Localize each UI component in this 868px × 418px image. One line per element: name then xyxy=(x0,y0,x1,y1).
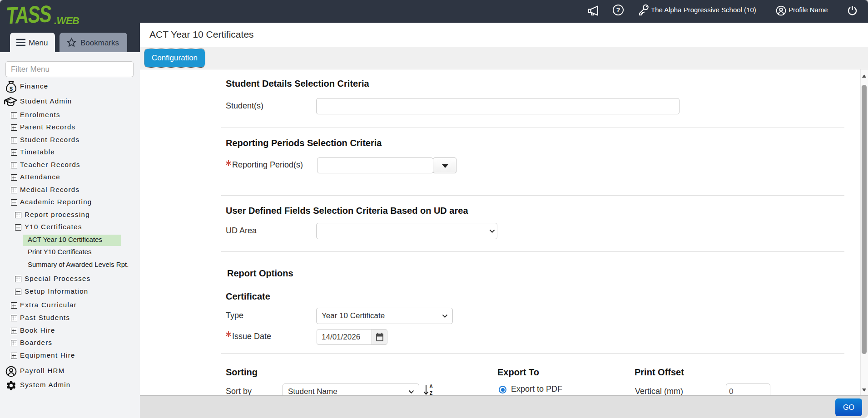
svg-text:.WEB: .WEB xyxy=(54,15,79,26)
svg-text:TASS: TASS xyxy=(6,2,52,26)
svg-text:$: $ xyxy=(10,86,13,92)
svg-text:?: ? xyxy=(616,6,620,14)
svg-text:A: A xyxy=(429,384,432,389)
